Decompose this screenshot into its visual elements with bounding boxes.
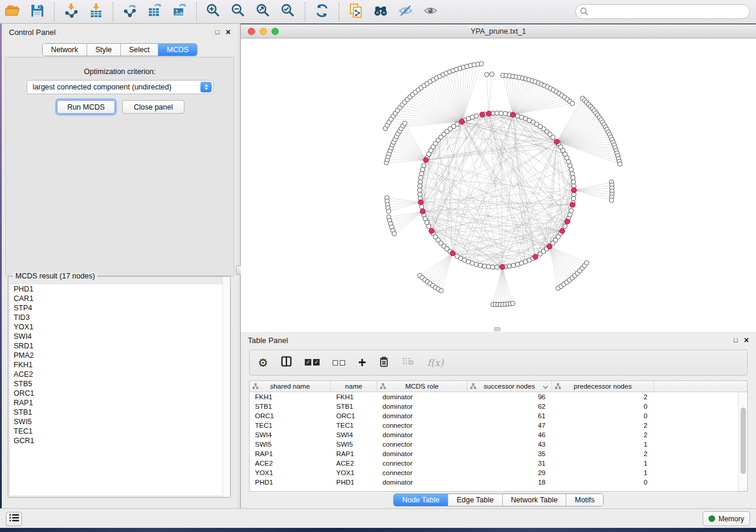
cell-predecessor-nodes[interactable]: 2 xyxy=(552,393,654,400)
mcds-result-node[interactable]: TID3 xyxy=(10,313,228,322)
cell-predecessor-nodes[interactable]: 2 xyxy=(552,450,654,457)
cell-name[interactable]: SWI5 xyxy=(331,441,377,448)
mcds-result-node[interactable]: GCR1 xyxy=(10,436,228,446)
close-panel-icon[interactable]: × xyxy=(744,336,749,344)
cell-predecessor-nodes[interactable]: 2 xyxy=(552,422,654,429)
table-panel-tab[interactable]: Node Table xyxy=(394,494,448,506)
cell-successor-nodes[interactable]: 43 xyxy=(467,441,552,448)
cell-successor-nodes[interactable]: 96 xyxy=(467,393,552,400)
table-row[interactable]: TEC1 TEC1 connector 47 2 xyxy=(250,421,738,430)
table-row[interactable]: PHD1 PHD1 dominator 18 0 xyxy=(250,477,738,487)
zoom-fit-button[interactable] xyxy=(254,3,272,21)
cell-shared-name[interactable]: RAP1 xyxy=(250,450,331,457)
mcds-result-node[interactable]: RAP1 xyxy=(10,398,228,408)
table-row[interactable]: STB1 STB1 dominator 62 0 xyxy=(250,402,738,411)
cell-name[interactable]: ACE2 xyxy=(331,460,377,467)
mcds-result-node[interactable]: CAR1 xyxy=(10,294,228,303)
control-panel-tab[interactable]: MCDS xyxy=(158,44,197,56)
network-graph[interactable] xyxy=(241,39,756,332)
delete-table-button[interactable] xyxy=(402,357,414,368)
cell-shared-name[interactable]: TEC1 xyxy=(250,422,331,429)
zoom-in-button[interactable] xyxy=(205,3,222,21)
cell-successor-nodes[interactable]: 46 xyxy=(467,431,552,438)
delete-column-button[interactable] xyxy=(379,356,389,370)
cell-mcds-role[interactable]: dominator xyxy=(377,431,467,438)
cell-mcds-role[interactable]: dominator xyxy=(377,403,467,410)
control-panel-tab[interactable]: Network xyxy=(43,44,87,56)
cell-predecessor-nodes[interactable]: 1 xyxy=(552,441,654,448)
column-header-predecessor-nodes[interactable]: predecessor nodes xyxy=(552,381,654,392)
table-row[interactable]: ORC1 ORC1 dominator 61 0 xyxy=(250,411,738,421)
table-row[interactable]: SWI4 SWI4 dominator 46 2 xyxy=(250,430,738,440)
cell-shared-name[interactable]: STB1 xyxy=(250,403,331,410)
float-panel-icon[interactable]: □ xyxy=(215,29,219,36)
mcds-result-node[interactable]: SWI5 xyxy=(10,417,228,427)
cell-name[interactable]: TEC1 xyxy=(331,422,377,429)
cell-shared-name[interactable]: YOX1 xyxy=(250,469,331,476)
table-row[interactable]: ACE2 ACE2 connector 31 1 xyxy=(250,459,738,468)
zoom-out-button[interactable] xyxy=(229,3,247,21)
mcds-result-node[interactable]: STB1 xyxy=(10,408,228,417)
network-canvas[interactable] xyxy=(241,39,756,332)
table-panel-tab[interactable]: Network Table xyxy=(502,494,566,506)
cell-successor-nodes[interactable]: 18 xyxy=(467,479,552,486)
control-panel-tab[interactable]: Style xyxy=(87,44,120,56)
export-image-button[interactable] xyxy=(171,3,189,21)
mcds-result-node[interactable]: ORC1 xyxy=(10,389,228,398)
float-panel-icon[interactable]: □ xyxy=(733,337,738,344)
table-panel-tab[interactable]: Motifs xyxy=(566,494,602,506)
cell-name[interactable]: YOX1 xyxy=(331,469,377,476)
table-panel-tab[interactable]: Edge Table xyxy=(448,494,502,506)
preview-button[interactable] xyxy=(422,3,439,21)
column-header-successor-nodes[interactable]: successor nodes xyxy=(467,381,552,392)
cell-predecessor-nodes[interactable]: 1 xyxy=(552,460,654,467)
function-builder-button[interactable]: f(x) xyxy=(427,357,443,368)
cell-predecessor-nodes[interactable]: 0 xyxy=(552,479,654,486)
mcds-result-node[interactable]: SWI4 xyxy=(10,332,228,341)
mcds-result-node[interactable]: YOX1 xyxy=(10,322,228,332)
cell-shared-name[interactable]: FKH1 xyxy=(250,393,331,400)
cell-predecessor-nodes[interactable]: 1 xyxy=(552,469,654,476)
mcds-result-node[interactable]: STP4 xyxy=(10,303,228,313)
save-session-button[interactable] xyxy=(28,3,46,21)
mcds-result-node[interactable]: PMA2 xyxy=(10,351,228,360)
table-row[interactable]: FKH1 FKH1 dominator 96 2 xyxy=(250,392,738,402)
cell-shared-name[interactable]: SWI5 xyxy=(250,441,331,448)
zoom-selected-button[interactable] xyxy=(279,3,297,21)
control-panel-tab[interactable]: Select xyxy=(120,44,158,56)
table-row[interactable]: SWI5 SWI5 connector 43 1 xyxy=(250,440,738,449)
cell-successor-nodes[interactable]: 29 xyxy=(467,469,552,476)
table-row[interactable]: YOX1 YOX1 connector 29 1 xyxy=(250,468,738,477)
cell-successor-nodes[interactable]: 35 xyxy=(467,450,552,457)
cell-successor-nodes[interactable]: 47 xyxy=(467,422,552,429)
mcds-result-node[interactable]: ACE2 xyxy=(10,370,228,379)
optimization-criterion-select[interactable]: largest connected component (undirected) xyxy=(27,80,213,94)
memory-button[interactable]: Memory xyxy=(703,511,750,526)
table-scrollbar[interactable] xyxy=(738,392,747,491)
mcds-result-node[interactable]: FKH1 xyxy=(10,360,228,370)
cell-shared-name[interactable]: ORC1 xyxy=(250,412,331,419)
cell-shared-name[interactable]: ACE2 xyxy=(250,460,331,467)
network-titlebar[interactable]: YPA_prune.txt_1 xyxy=(241,24,756,39)
cell-shared-name[interactable]: SWI4 xyxy=(250,431,331,438)
table-settings-button[interactable]: ⚙ xyxy=(258,357,268,368)
copy-style-button[interactable] xyxy=(347,3,365,21)
mcds-result-node[interactable]: TEC1 xyxy=(10,427,228,436)
cell-mcds-role[interactable]: connector xyxy=(377,422,467,429)
select-all-button[interactable] xyxy=(305,357,320,368)
cell-mcds-role[interactable]: dominator xyxy=(377,412,467,419)
cell-successor-nodes[interactable]: 62 xyxy=(467,403,552,410)
table-scrollbar-thumb[interactable] xyxy=(741,408,746,474)
mcds-result-node[interactable]: STB5 xyxy=(10,379,228,389)
import-table-button[interactable] xyxy=(87,3,105,21)
cell-name[interactable]: FKH1 xyxy=(331,393,377,400)
mcds-result-node[interactable]: SRD1 xyxy=(10,341,228,351)
open-file-button[interactable] xyxy=(4,3,21,21)
mcds-result-node[interactable]: PHD1 xyxy=(10,284,228,294)
cell-predecessor-nodes[interactable]: 0 xyxy=(552,403,654,410)
add-column-button[interactable]: + xyxy=(358,356,366,370)
column-header-mcds-role[interactable]: MCDS role xyxy=(377,381,467,392)
cell-shared-name[interactable]: PHD1 xyxy=(250,479,331,486)
run-mcds-button[interactable]: Run MCDS xyxy=(57,100,115,114)
close-panel-button[interactable]: Close panel xyxy=(122,100,184,114)
